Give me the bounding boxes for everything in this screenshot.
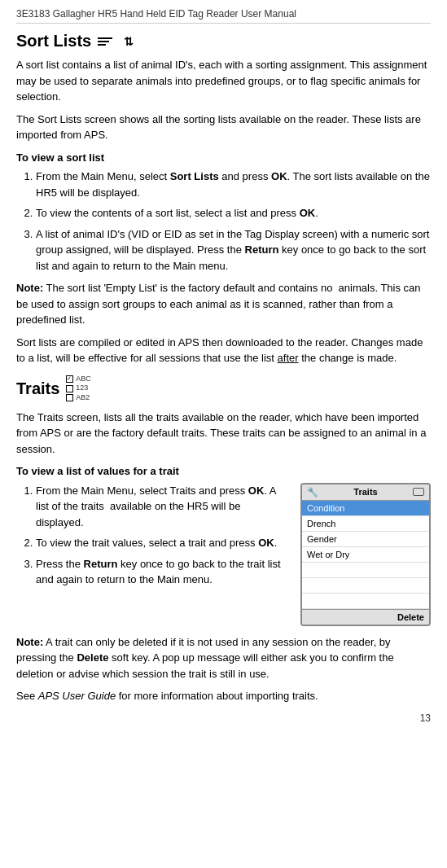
sort-arrow-icon: ⇅ [124, 35, 134, 48]
traits-text-col: From the Main Menu, select Traits and pr… [16, 483, 287, 626]
traits-icon-block: ABC 123 AB2 [66, 375, 91, 403]
sort-step-3: A list of animal ID's (VID or EID as set… [36, 226, 431, 274]
traits-device-col: 🔧 Traits Condition Drench Gender Wet or … [300, 483, 431, 626]
device-battery-icon [413, 488, 424, 496]
traits-step-2: To view the trait values, select a trait… [36, 535, 287, 551]
ok-bold-2: OK [300, 207, 316, 219]
sort-note-1: Note: The sort list 'Empty List' is the … [16, 280, 431, 328]
traits-intro: The Traits screen, lists all the traits … [16, 410, 431, 458]
return-bold-traits: Return [84, 558, 118, 570]
sort-lists-heading: Sort Lists ⇅ [16, 32, 431, 50]
view-traits-heading: To view a list of values for a trait [16, 463, 431, 480]
ok-bold-1: OK [271, 170, 287, 182]
traits-steps: From the Main Menu, select Traits and pr… [36, 483, 287, 588]
traits-section: Traits ABC 123 AB2 The Traits screen, li… [16, 375, 431, 704]
sort-lists-section: Sort Lists ⇅ A sort list contains a list… [16, 32, 431, 366]
trait-item-empty-3 [302, 594, 429, 609]
trait-item-gender[interactable]: Gender [302, 532, 429, 547]
sort-note-2: Sort lists are compiled or edited in APS… [16, 335, 431, 366]
note-label-1: Note: [16, 282, 43, 294]
checkbox-unchecked-icon-2 [66, 394, 73, 401]
sort-step-2: To view the contents of a sort list, sel… [36, 205, 431, 221]
traits-step-1: From the Main Menu, select Traits and pr… [36, 483, 287, 531]
after-underline: after [278, 352, 299, 364]
ok-bold-traits-1: OK [248, 484, 265, 497]
traits-two-col: From the Main Menu, select Traits and pr… [16, 483, 431, 626]
device-wrench-icon: 🔧 [307, 487, 318, 498]
aps-user-guide-link: APS User Guide [38, 690, 116, 702]
trait-item-empty-1 [302, 563, 429, 578]
traits-icon-row-1: ABC [66, 375, 91, 384]
sort-list-steps: From the Main Menu, select Sort Lists an… [36, 169, 431, 274]
traits-title: Traits [16, 379, 59, 398]
sort-step-1: From the Main Menu, select Sort Lists an… [36, 169, 431, 200]
trait-item-empty-2 [302, 578, 429, 594]
header-title: 3E3183 Gallagher HR5 Hand Held EID Tag R… [16, 8, 296, 20]
traits-icon-label-1: ABC [76, 375, 91, 384]
sort-lists-title: Sort Lists [16, 32, 91, 50]
traits-icon-row-2: 123 [66, 384, 91, 393]
ok-bold-traits-2: OK [258, 537, 274, 549]
traits-step-3: Press the Return key once to go back to … [36, 556, 287, 588]
header-bar: 3E3183 Gallagher HR5 Hand Held EID Tag R… [16, 8, 431, 24]
device-footer: Delete [302, 609, 429, 625]
trait-item-drench[interactable]: Drench [302, 516, 429, 532]
device-title-text: Traits [353, 487, 377, 497]
delete-bold: Delete [77, 651, 108, 664]
delete-button[interactable]: Delete [397, 612, 424, 622]
sort-lists-para1: A sort list contains a list of animal ID… [16, 57, 431, 105]
trait-item-wetordry[interactable]: Wet or Dry [302, 547, 429, 563]
checkbox-checked-icon [66, 375, 73, 383]
traits-icon-label-2: 123 [76, 384, 88, 393]
traits-header: Traits ABC 123 AB2 [16, 375, 431, 403]
sort-lists-bold: Sort Lists [170, 170, 219, 182]
page-number: 13 [16, 712, 431, 724]
traits-see-also: See APS User Guide for more information … [16, 688, 431, 704]
trait-item-condition[interactable]: Condition [302, 501, 429, 516]
view-sort-list-heading: To view a sort list [16, 150, 431, 166]
traits-icon-label-3: AB2 [76, 393, 90, 403]
sort-list-icon [98, 33, 116, 50]
traits-note: Note: A trait can only be deleted if it … [16, 634, 431, 682]
sort-lists-para2: The Sort Lists screen shows all the sort… [16, 112, 431, 143]
device-screen: 🔧 Traits Condition Drench Gender Wet or … [300, 483, 431, 626]
checkbox-unchecked-icon-1 [66, 385, 73, 392]
traits-icon-row-3: AB2 [66, 393, 91, 403]
return-bold-1: Return [245, 243, 279, 256]
note-label-traits: Note: [16, 636, 43, 648]
device-title-bar: 🔧 Traits [302, 484, 429, 501]
traits-heading: Traits [16, 379, 59, 398]
